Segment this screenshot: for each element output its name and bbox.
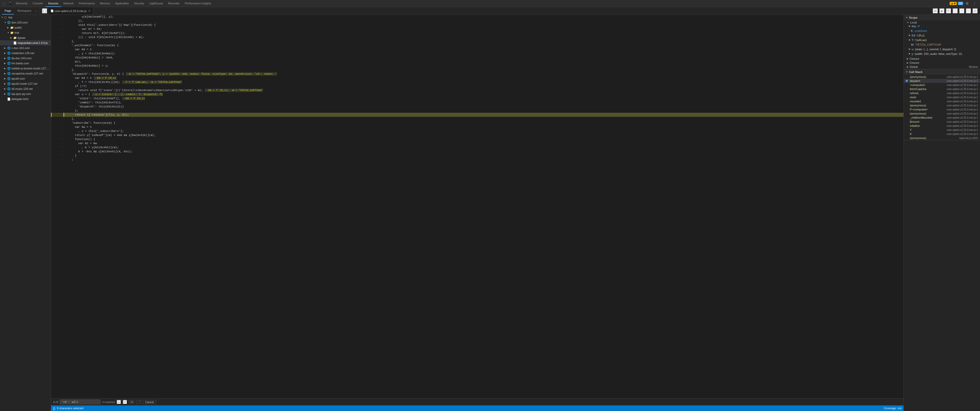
- settings-icon[interactable]: ⚙: [964, 0, 970, 6]
- tab-sources[interactable]: Sources: [45, 0, 61, 7]
- line-code[interactable]: var K9 = C K9 = f (R,s): [64, 76, 904, 80]
- line-code[interactable]: return m(T, K[K7(0x66f)]);: [64, 31, 904, 35]
- line-code[interactable]: },: [64, 117, 904, 121]
- line-code[interactable]: var K7 = K5;: [64, 27, 904, 31]
- line-code[interactable]: };: [64, 109, 904, 113]
- tab-memory[interactable]: Memory: [97, 0, 113, 7]
- line-code[interactable]: function() {: [64, 137, 904, 141]
- callstack-item[interactable]: (anonymous)core-optimi.v2.25.0.min.js:1: [904, 104, 980, 107]
- scope-item-this[interactable]: ▶ this: Y: [904, 24, 980, 29]
- line-code[interactable]: }: [64, 154, 904, 158]
- closure2-section-header[interactable]: ▶ Closure: [904, 61, 980, 65]
- callstack-item[interactable]: _childrenMountedcore-optimi.v2.25.0.min.…: [904, 116, 980, 119]
- line-code[interactable]: , y = this[K8(0x66a)];: [64, 51, 904, 56]
- line-code[interactable]: ;: [64, 158, 904, 162]
- tree-item-top[interactable]: ▼ ▢ top: [0, 15, 51, 20]
- scope-item-W[interactable]: W: "FETCH_CAPTCHA": [904, 43, 980, 48]
- tab-console[interactable]: Console: [30, 0, 45, 7]
- line-code[interactable]: this[K8(0x66a)] = !0x0,: [64, 56, 904, 60]
- line-code[interactable]: , K = y[KC(0x463)](W);: [64, 145, 904, 150]
- line-code[interactable]: if (!T): [64, 84, 904, 88]
- scope-item-K9[interactable]: ▶ K9: f (R,s): [904, 33, 980, 38]
- global-section-header[interactable]: ▶ Global Window: [904, 65, 980, 69]
- tree-item-hmbaidu[interactable]: ▶ 🌐 hm.baidu.com: [0, 61, 51, 66]
- scope-item-T[interactable]: ▶ T: f (wN,we): [904, 38, 980, 43]
- warning-badge[interactable]: ▲ 4: [950, 2, 957, 5]
- tab-application[interactable]: Application: [113, 0, 132, 7]
- tab-security[interactable]: Security: [131, 0, 147, 7]
- line-code[interactable]: , y = this['_subscribers'];: [64, 129, 904, 133]
- sources-subtab-workspace[interactable]: Workspace: [15, 7, 34, 14]
- search-cancel-btn[interactable]: Cancel: [143, 400, 156, 404]
- callstack-item[interactable]: (anonymous)core-optimi.v2.25.0.min.js:1: [904, 75, 980, 79]
- more-icon[interactable]: ⋮: [971, 0, 977, 6]
- tree-item-delegate[interactable]: ▶ 📄 delegate.html: [0, 96, 51, 102]
- tree-item-cdun163[interactable]: ▶ 🌐 c.dun.163.com: [0, 45, 51, 51]
- step-over-icon[interactable]: ↻: [946, 8, 951, 14]
- callstack-item[interactable]: dispatchcore-optimi.v2.25.0.min.js:1: [904, 79, 980, 83]
- inspect-icon[interactable]: ⬚: [1, 0, 7, 6]
- line-code[interactable]: return l['resolve'](T(u, y, K));: [64, 113, 904, 117]
- callstack-item[interactable]: initializecore-optimi.v2.25.0.min.js:1: [904, 124, 980, 128]
- line-code[interactable]: }),: [64, 19, 904, 23]
- callstack-item[interactable]: $mountcore-optimi.v2.25.0.min.js:1: [904, 119, 980, 124]
- line-code[interactable]: 'dispatch': this[K9(0x121)]: [64, 105, 904, 109]
- tab-elements[interactable]: Elements: [13, 0, 30, 7]
- closure1-section-header[interactable]: ▶ Closure: [904, 57, 980, 61]
- line-code[interactable]: })) : void F[K5(0x47c)](K5(0x34b) + W);: [64, 35, 904, 39]
- line-code[interactable]: return y['indexOf'](W) < 0x0 && y[Kw(0x3…: [64, 133, 904, 137]
- tab-recorder[interactable]: Recorder: [165, 0, 182, 7]
- callstack-item[interactable]: P.<computed>core-optimi.v2.25.0.min.js:1: [904, 107, 980, 112]
- sources-subtab-page[interactable]: Page: [2, 7, 14, 14]
- callstack-item[interactable]: mountedcore-optimi.v2.25.0.min.js:1: [904, 99, 980, 104]
- scope-item-y[interactable]: ▶ y: {width: 320, audio: false, sizeType…: [904, 52, 980, 57]
- tree-item-wpqiye[interactable]: ▶ 🌐 wp.qiye.qq.com: [0, 91, 51, 96]
- match-case-toggle[interactable]: Aa: [129, 400, 135, 404]
- callstack-item[interactable]: <computed>core-optimi.v2.25.0.min.js:1: [904, 83, 980, 87]
- scope-item-K[interactable]: K: undefined: [904, 29, 980, 33]
- line-code[interactable]: , T = this[K9(0x451)][W]; T = f (wN,we),…: [64, 80, 904, 84]
- line-code[interactable]: var Kw = C: [64, 125, 904, 129]
- line-code[interactable]: return void f['state':](('[Store]\x20unk…: [64, 88, 904, 92]
- tree-item-s6music[interactable]: ▶ 🌐 s6.music.126.net: [0, 86, 51, 91]
- line-code[interactable]: 'state': this[K9(0x66f)], K9 = f (R,s): [64, 96, 904, 100]
- line-code[interactable]: var u = { u = {state: {...}, commit: f, …: [64, 92, 904, 96]
- tree-item-necaptcha[interactable]: ▶ 🌐 necaptcha.nosdn.127.net: [0, 71, 51, 76]
- tree-item-dadun[interactable]: ▶ 🌐 da.dun.163.com: [0, 56, 51, 61]
- line-code[interactable]: u(K[K6(0x66f)], y);: [64, 15, 904, 19]
- tree-item-trial[interactable]: ▼ 📁 trial: [0, 30, 51, 35]
- step-out-icon[interactable]: ↑: [959, 8, 965, 14]
- local-section-header[interactable]: ▼ Local: [904, 21, 980, 24]
- callstack-item[interactable]: (anonymous)load.min.js:1815: [904, 136, 980, 140]
- line-code[interactable]: '_withCommit': function(W) {: [64, 43, 904, 48]
- device-icon[interactable]: 📱: [7, 0, 13, 6]
- tree-item-dun163[interactable]: ▼ 🌐 dun.163.com: [0, 20, 51, 25]
- line-code[interactable]: 'dispatch': function(W, y, K) { W = "FET…: [64, 72, 904, 76]
- line-code[interactable]: },: [64, 39, 904, 43]
- search-input[interactable]: [60, 400, 100, 405]
- tab-performance[interactable]: Performance: [76, 0, 97, 7]
- open-file-tab[interactable]: 📄 core-optimi.v2.25.0.min.js ✕: [48, 7, 93, 14]
- search-next-btn[interactable]: ▼: [123, 400, 127, 405]
- format-toggle-icon[interactable]: { }: [42, 8, 48, 14]
- tab-network[interactable]: Network: [61, 0, 76, 7]
- info-badge[interactable]: 19: [958, 2, 963, 5]
- line-code[interactable]: },: [64, 68, 904, 72]
- callstack-item[interactable]: fetchCaptchacore-optimi.v2.25.0.min.js:1: [904, 87, 980, 91]
- scope-item-u[interactable]: ▶ u: {state: {...}, commit: f, dispatch:…: [904, 48, 980, 52]
- split-editor-icon[interactable]: ⊞: [932, 8, 938, 14]
- callstack-item[interactable]: Ycore-optimi.v2.25.0.min.js:1: [904, 128, 980, 132]
- tab-perf-insights[interactable]: Performance insights: [182, 0, 213, 7]
- tree-item-nguardian[interactable]: ▶ 📄 neguardian.umd.1.0.0.js: [0, 40, 51, 45]
- tree-item-qiyukfnosdn[interactable]: ▶ 🌐 qiyukf.nosdn.127.net: [0, 81, 51, 86]
- deactivate-breakpoints-icon[interactable]: ⊘: [972, 8, 978, 14]
- line-code[interactable]: 'subscribe': function(W) {: [64, 121, 904, 125]
- callstack-item[interactable]: Kcore-optimi.v2.25.0.min.js:1: [904, 132, 980, 136]
- tab-lighthouse[interactable]: Lighthouse: [147, 0, 165, 7]
- tree-item-hubble[interactable]: ▶ 🌐 hubble-js-bucket.nosdn.127.net: [0, 66, 51, 71]
- resume-icon[interactable]: ▶: [939, 8, 945, 14]
- tree-item-jigsaw[interactable]: ▶ 📁 jigsaw: [0, 35, 51, 40]
- tree-item-qiyukf[interactable]: ▶ 🌐 qiyukf.com: [0, 76, 51, 81]
- line-code[interactable]: this[K8(0x66a)] = y;: [64, 64, 904, 68]
- tree-item-cstatic[interactable]: ▶ 🌐 cstaticdun.126.net: [0, 51, 51, 56]
